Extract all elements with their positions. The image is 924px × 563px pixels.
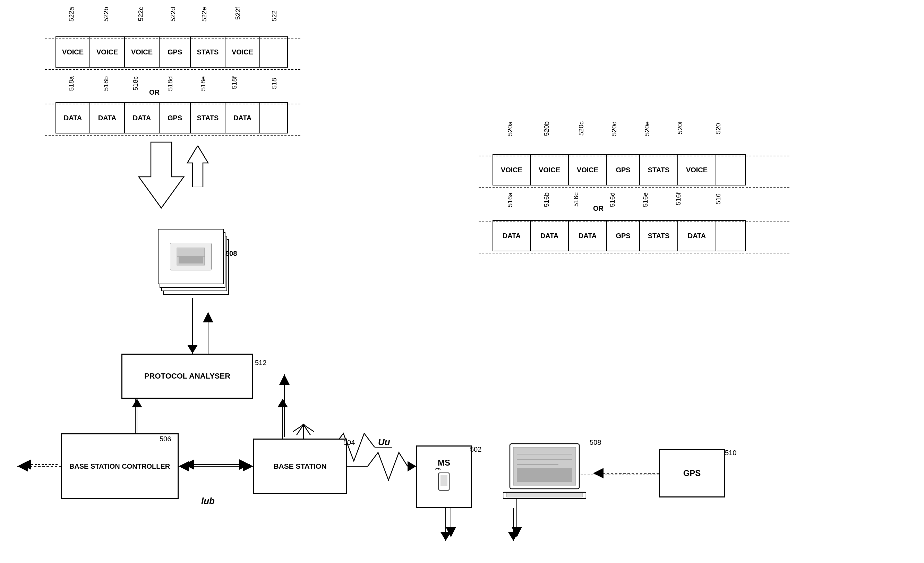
svg-line-33 (297, 425, 303, 435)
label-518d: 518d (166, 76, 174, 91)
label-522a: 522a (68, 7, 75, 21)
lub-label: lub (201, 496, 215, 506)
label-518f: 518f (231, 76, 238, 89)
ms-icon (434, 468, 454, 496)
cell-522-empty (260, 37, 288, 67)
label-520f: 520f (676, 121, 684, 134)
label-516a: 516a (506, 192, 514, 207)
svg-rect-48 (517, 468, 572, 482)
svg-line-34 (303, 425, 310, 435)
svg-marker-68 (508, 532, 519, 541)
laptop-icon (503, 440, 586, 506)
cell-516a: DATA (492, 221, 531, 251)
svg-rect-42 (441, 475, 447, 486)
label-520: 520 (714, 123, 722, 134)
svg-marker-15 (184, 459, 194, 470)
ms-label: MS (438, 458, 450, 468)
svg-marker-25 (512, 527, 522, 538)
svg-marker-60 (243, 461, 253, 472)
base-station-label: BASE STATION (273, 462, 326, 470)
label-522e: 522e (201, 7, 208, 21)
svg-marker-52 (187, 345, 198, 353)
cell-516d: GPS (607, 221, 640, 251)
cell-520f: VOICE (678, 155, 716, 185)
label-520d: 520d (610, 121, 618, 136)
svg-marker-61 (178, 461, 189, 472)
svg-rect-29 (178, 256, 203, 264)
label-516f: 516f (675, 192, 682, 205)
svg-line-35 (293, 425, 303, 431)
protocol-analyser-box: PROTOCOL ANALYSER (122, 353, 253, 399)
svg-marker-23 (446, 527, 456, 538)
stacked-pages-514 (156, 229, 236, 298)
label-522c: 522c (137, 7, 145, 21)
cell-522a: VOICE (56, 37, 90, 67)
cell-520e: STATS (640, 155, 678, 185)
svg-marker-54 (132, 399, 142, 407)
svg-marker-14 (239, 459, 250, 470)
svg-marker-17 (279, 374, 290, 385)
svg-marker-8 (139, 142, 184, 208)
svg-marker-31 (187, 145, 208, 187)
label-522f: 522f (234, 7, 242, 20)
cell-520d: GPS (607, 155, 640, 185)
cell-520-empty (716, 155, 746, 185)
cell-522e: STATS (191, 37, 225, 67)
ms-box: MS (416, 445, 472, 508)
cell-520c: VOICE (569, 155, 607, 185)
svg-line-36 (303, 425, 314, 431)
cell-516b: DATA (531, 221, 569, 251)
label-518a: 518a (68, 76, 75, 91)
label-518b: 518b (102, 76, 110, 91)
label-516e: 516e (642, 192, 649, 207)
gps-box: GPS (659, 449, 725, 497)
cell-516f: DATA (678, 221, 716, 251)
laptop-box (496, 439, 593, 508)
cell-522c: VOICE (125, 37, 159, 67)
cell-522d: GPS (159, 37, 191, 67)
uu-label: Uu (378, 437, 390, 448)
label-or-right: OR (593, 205, 603, 213)
cell-516e: STATS (640, 221, 678, 251)
svg-line-39 (435, 468, 437, 469)
label-520a: 520a (506, 121, 514, 136)
cell-518-empty (260, 103, 288, 133)
cell-522b: VOICE (90, 37, 125, 67)
base-station-box: BASE STATION (253, 439, 347, 494)
cell-516-empty (716, 221, 746, 251)
cell-516c: DATA (569, 221, 607, 251)
frame-522-row: VOICE VOICE VOICE GPS STATS VOICE (56, 36, 288, 67)
label-504: 504 (344, 439, 355, 446)
antenna-icon (293, 414, 314, 440)
cell-522f: VOICE (225, 37, 260, 67)
label-508: 508 (590, 439, 601, 446)
svg-marker-66 (441, 532, 451, 541)
svg-marker-58 (17, 461, 28, 472)
frame-520-row: VOICE VOICE VOICE GPS STATS VOICE (492, 154, 746, 186)
label-522b: 522b (102, 7, 110, 21)
label-522: 522 (270, 10, 278, 21)
label-502: 502 (470, 445, 482, 454)
svg-marker-56 (278, 399, 288, 407)
cell-518d: GPS (159, 103, 191, 133)
diagram-container: 522a 522b 522c 522d 522e 522f 522 VOICE … (0, 0, 924, 563)
label-522d: 522d (169, 7, 177, 21)
label-or-top: OR (149, 88, 159, 96)
label-514: 508 (225, 250, 237, 258)
svg-marker-10 (21, 459, 31, 470)
svg-marker-64 (408, 461, 416, 472)
bsc-box: BASE STATION CONTROLLER (61, 433, 178, 499)
gps-label: GPS (683, 469, 701, 478)
label-518e: 518e (200, 76, 207, 91)
frame-516-row: DATA DATA DATA GPS STATS DATA (492, 220, 746, 252)
cell-518b: DATA (90, 103, 125, 133)
label-512: 512 (255, 359, 266, 367)
label-516b: 516b (543, 192, 550, 207)
label-510: 510 (725, 449, 736, 457)
label-520c: 520c (578, 121, 585, 136)
svg-rect-50 (506, 493, 583, 497)
label-506: 506 (159, 435, 171, 443)
label-520b: 520b (543, 121, 550, 136)
bsc-label: BASE STATION CONTROLLER (69, 462, 170, 471)
label-516c: 516c (572, 192, 580, 207)
